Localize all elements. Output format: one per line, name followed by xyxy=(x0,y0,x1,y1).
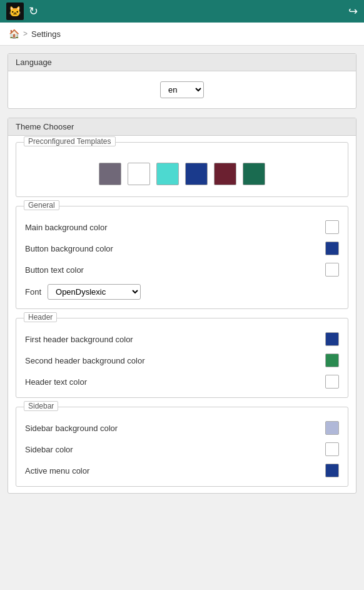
sidebar-bg-row: Sidebar background color xyxy=(25,421,339,435)
preconfigured-group: Preconfigured Templates xyxy=(16,142,348,197)
general-content: Main background color Button background … xyxy=(25,220,339,300)
sidebar-color-label: Sidebar color xyxy=(25,445,319,454)
template-swatch-gray[interactable] xyxy=(99,163,121,185)
first-header-bg-swatch[interactable] xyxy=(325,332,339,346)
active-menu-swatch[interactable] xyxy=(325,464,339,477)
first-header-bg-row: First header background color xyxy=(25,332,339,346)
breadcrumb-current: Settings xyxy=(31,29,61,39)
template-swatch-darkgreen[interactable] xyxy=(243,163,265,185)
page-content: Language en de fr es Theme Chooser Preco… xyxy=(0,46,364,510)
template-swatch-teal[interactable] xyxy=(156,163,179,185)
header-group: Header First header background color Sec… xyxy=(16,318,348,398)
button-text-row: Button text color xyxy=(25,263,339,277)
main-bg-swatch[interactable] xyxy=(325,220,339,234)
second-header-bg-label: Second header background color xyxy=(25,356,319,365)
logout-icon[interactable]: ↪ xyxy=(348,4,358,18)
button-text-label: Button text color xyxy=(25,265,319,275)
template-swatch-white[interactable] xyxy=(128,163,150,185)
theme-section-header: Theme Chooser xyxy=(8,118,356,136)
button-bg-label: Button background color xyxy=(25,244,319,253)
header-text-swatch[interactable] xyxy=(325,375,339,389)
main-bg-row: Main background color xyxy=(25,220,339,234)
sidebar-bg-swatch[interactable] xyxy=(325,421,339,435)
preconfigured-label: Preconfigured Templates xyxy=(24,136,116,146)
header-content: First header background color Second hea… xyxy=(25,332,339,389)
font-label: Font xyxy=(25,287,41,297)
header-text-row: Header text color xyxy=(25,375,339,389)
sidebar-group: Sidebar Sidebar background color Sidebar… xyxy=(16,407,348,487)
font-select[interactable]: OpenDyslexic Arial Roboto Times New Roma… xyxy=(48,284,141,300)
second-header-bg-swatch[interactable] xyxy=(325,353,339,367)
button-bg-row: Button background color xyxy=(25,242,339,255)
sidebar-label: Sidebar xyxy=(24,401,58,411)
active-menu-row: Active menu color xyxy=(25,464,339,477)
sidebar-content: Sidebar background color Sidebar color A… xyxy=(25,421,339,477)
sidebar-bg-label: Sidebar background color xyxy=(25,424,319,433)
app-logo: 🐱 xyxy=(6,3,24,20)
button-text-swatch[interactable] xyxy=(325,263,339,277)
general-label: General xyxy=(24,200,59,210)
header-text-label: Header text color xyxy=(25,377,319,387)
main-bg-label: Main background color xyxy=(25,223,319,232)
refresh-icon[interactable]: ↻ xyxy=(29,4,38,18)
theme-section: Theme Chooser Preconfigured Templates xyxy=(8,118,356,494)
breadcrumb-separator: > xyxy=(23,29,28,38)
logo-icon: 🐱 xyxy=(9,6,21,18)
topbar-left: 🐱 ↻ xyxy=(6,3,38,20)
breadcrumb: 🏠 > Settings xyxy=(0,23,364,46)
header-label: Header xyxy=(24,312,57,322)
sidebar-color-row: Sidebar color xyxy=(25,442,339,456)
topbar: 🐱 ↻ ↪ xyxy=(0,0,364,23)
second-header-bg-row: Second header background color xyxy=(25,353,339,367)
active-menu-label: Active menu color xyxy=(25,466,319,476)
language-section-header: Language xyxy=(8,54,356,71)
preconfigured-content xyxy=(25,156,339,188)
sidebar-color-swatch[interactable] xyxy=(325,442,339,456)
home-icon[interactable]: 🏠 xyxy=(9,29,19,39)
font-row: Font OpenDyslexic Arial Roboto Times New… xyxy=(25,284,339,300)
general-group: General Main background color Button bac… xyxy=(16,206,348,309)
template-swatches xyxy=(25,156,339,188)
language-section: Language en de fr es xyxy=(8,53,356,109)
template-swatch-darkblue[interactable] xyxy=(185,163,208,185)
theme-section-body: Preconfigured Templates General xyxy=(8,136,356,493)
template-swatch-darkred[interactable] xyxy=(214,163,236,185)
language-section-body: en de fr es xyxy=(8,71,356,108)
language-select[interactable]: en de fr es xyxy=(160,81,204,98)
button-bg-swatch[interactable] xyxy=(325,242,339,255)
first-header-bg-label: First header background color xyxy=(25,335,319,344)
